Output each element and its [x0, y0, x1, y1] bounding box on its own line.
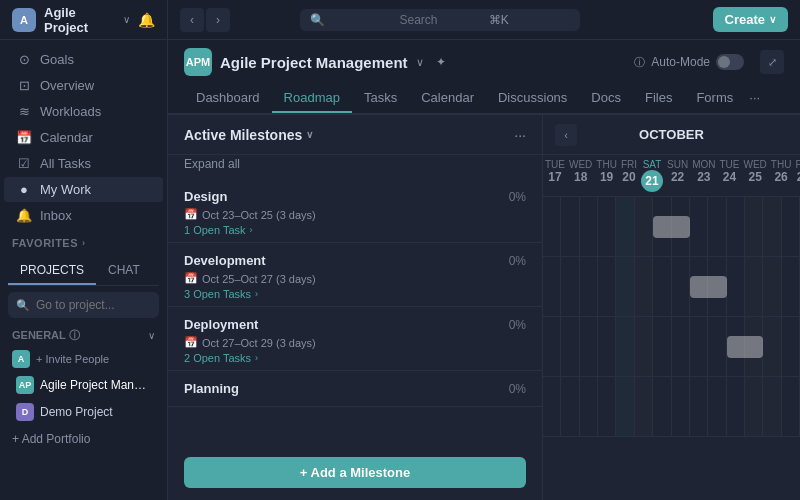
sidebar-item-workloads[interactable]: ≋ Workloads — [4, 99, 163, 124]
milestone-date-development: 📅 Oct 25–Oct 27 (3 days) — [184, 272, 526, 285]
add-milestone-button[interactable]: + Add a Milestone — [184, 457, 526, 488]
gantt-cell-3-0 — [543, 377, 561, 436]
gantt-cell-3-3 — [598, 377, 616, 436]
gantt-cell-0-5 — [635, 197, 653, 256]
milestone-tasks-deployment[interactable]: 2 Open Tasks › — [184, 352, 526, 364]
auto-mode-switch[interactable] — [716, 54, 744, 70]
tab-discussions[interactable]: Discussions — [486, 84, 579, 113]
main-content: ‹ › 🔍 Search ⌘K Create ∨ APM Agile Proje… — [168, 0, 800, 500]
project-search-input[interactable] — [36, 298, 167, 312]
gantt-cell-3-13 — [782, 377, 800, 436]
gantt-cell-3-11 — [745, 377, 763, 436]
create-button[interactable]: Create ∨ — [713, 7, 788, 32]
sidebar-item-inbox[interactable]: 🔔 Inbox — [4, 203, 163, 228]
tab-docs[interactable]: Docs — [579, 84, 633, 113]
favorites-section[interactable]: FAVORITES › — [0, 229, 167, 253]
sidebar-item-all-tasks[interactable]: ☑ All Tasks — [4, 151, 163, 176]
date-col-27: FRI27 — [793, 155, 800, 196]
project-search[interactable]: 🔍 + — [8, 292, 159, 318]
milestone-tasks-development[interactable]: 3 Open Tasks › — [184, 288, 526, 300]
project-name-chevron-icon[interactable]: ∨ — [416, 56, 424, 69]
gantt-cell-1-3 — [598, 257, 616, 316]
gantt-cell-2-8 — [690, 317, 708, 376]
back-button[interactable]: ‹ — [180, 8, 204, 32]
calendar-icon: 📅 — [184, 272, 198, 285]
fullscreen-button[interactable]: ⤢ — [760, 50, 784, 74]
tab-forms[interactable]: Forms — [684, 84, 745, 113]
tab-projects[interactable]: PROJECTS — [8, 257, 96, 285]
sidebar-item-calendar[interactable]: 📅 Calendar — [4, 125, 163, 150]
demo-project-name: Demo Project — [40, 405, 113, 419]
gantt-cell-3-5 — [635, 377, 653, 436]
gantt-prev-button[interactable]: ‹ — [555, 124, 577, 146]
global-search-bar[interactable]: 🔍 Search ⌘K — [300, 9, 580, 31]
milestones-kebab-icon[interactable]: ··· — [514, 127, 526, 143]
workspace-title: Agile Project — [44, 5, 115, 35]
milestone-item-development: Development 0% 📅 Oct 25–Oct 27 (3 days) … — [168, 243, 542, 307]
milestone-pct-design: 0% — [509, 190, 526, 204]
forward-button[interactable]: › — [206, 8, 230, 32]
gantt-cell-1-11 — [745, 257, 763, 316]
project-header: APM Agile Project Management ∨ ✦ ⓘ Auto-… — [168, 40, 800, 115]
gantt-cell-2-4 — [616, 317, 634, 376]
calendar-icon: 📅 — [16, 130, 32, 145]
workspace-chevron-icon[interactable]: ∨ — [123, 14, 130, 25]
project-item-agile[interactable]: AP Agile Project Manage... — [4, 372, 163, 398]
gantt-cell-0-0 — [543, 197, 561, 256]
gantt-cell-2-0 — [543, 317, 561, 376]
milestones-chevron-icon[interactable]: ∨ — [306, 129, 313, 140]
tab-chat[interactable]: CHAT — [96, 257, 152, 285]
topbar: ‹ › 🔍 Search ⌘K Create ∨ — [168, 0, 800, 40]
tasks-arrow-icon: › — [250, 225, 253, 235]
search-shortcut: ⌘K — [489, 13, 570, 27]
tab-calendar[interactable]: Calendar — [409, 84, 486, 113]
sidebar-item-goals[interactable]: ⊙ Goals — [4, 47, 163, 72]
gantt-cell-1-10 — [727, 257, 745, 316]
gantt-cell-2-1 — [561, 317, 579, 376]
expand-all-button[interactable]: Expand all — [168, 155, 542, 179]
calendar-icon: 📅 — [184, 336, 198, 349]
milestone-pct-planning: 0% — [509, 382, 526, 396]
project-star-icon[interactable]: ✦ — [436, 55, 446, 69]
gantt-cell-2-12 — [763, 317, 781, 376]
auto-mode-toggle: ⓘ Auto-Mode — [634, 54, 744, 70]
workspace-color-item: A + Invite People — [0, 347, 167, 371]
tab-roadmap[interactable]: Roadmap — [272, 84, 352, 113]
gantt-row-0 — [543, 197, 800, 257]
project-item-demo[interactable]: D Demo Project — [4, 399, 163, 425]
gantt-cell-1-12 — [763, 257, 781, 316]
gantt-cell-3-2 — [580, 377, 598, 436]
date-col-21: SAT21 — [639, 155, 665, 196]
my-work-icon: ● — [16, 182, 32, 197]
date-col-24: TUE24 — [717, 155, 741, 196]
gantt-cell-2-7 — [672, 317, 690, 376]
milestone-name-design: Design — [184, 189, 227, 204]
gantt-cell-3-4 — [616, 377, 634, 436]
workspace-color-avatar: A — [12, 350, 30, 368]
gantt-cell-0-10 — [727, 197, 745, 256]
gantt-bar-2 — [727, 336, 764, 358]
general-chevron-icon[interactable]: ∨ — [148, 330, 155, 341]
milestone-tasks-design[interactable]: 1 Open Task › — [184, 224, 526, 236]
tab-more-button[interactable]: ··· — [745, 84, 764, 113]
gantt-dates-row: TUE17WED18THU19FRI20SAT21SUN22MON23TUE24… — [543, 155, 800, 197]
sidebar-item-overview[interactable]: ⊡ Overview — [4, 73, 163, 98]
milestones-title: Active Milestones ∨ — [184, 127, 313, 143]
gantt-cell-3-12 — [763, 377, 781, 436]
general-section: GENERAL ⓘ ∨ — [0, 324, 167, 347]
gantt-cell-1-5 — [635, 257, 653, 316]
demo-project-icon: D — [16, 403, 34, 421]
sidebar-item-my-work[interactable]: ● My Work — [4, 177, 163, 202]
bell-icon[interactable]: 🔔 — [138, 12, 155, 28]
gantt-cell-2-5 — [635, 317, 653, 376]
tab-dashboard[interactable]: Dashboard — [184, 84, 272, 113]
milestone-date-deployment: 📅 Oct 27–Oct 29 (3 days) — [184, 336, 526, 349]
add-portfolio-button[interactable]: + Add Portfolio — [0, 426, 167, 452]
tab-files[interactable]: Files — [633, 84, 684, 113]
gantt-nav: ‹ OCTOBER › — [543, 115, 800, 155]
invite-button[interactable]: + Invite People — [36, 353, 109, 365]
project-icon: APM — [184, 48, 212, 76]
milestone-item-design: Design 0% 📅 Oct 23–Oct 25 (3 days) 1 Ope… — [168, 179, 542, 243]
tab-tasks[interactable]: Tasks — [352, 84, 409, 113]
milestone-pct-development: 0% — [509, 254, 526, 268]
